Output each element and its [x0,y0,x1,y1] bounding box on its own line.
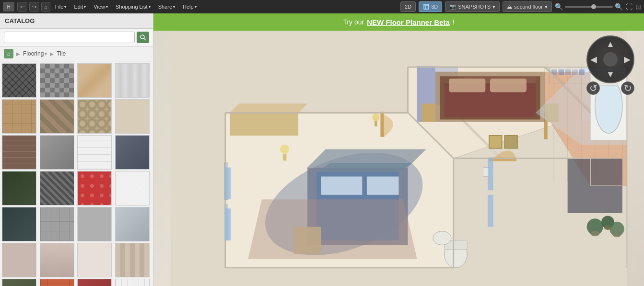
catalog-tile-28[interactable] [115,279,150,286]
svg-rect-50 [504,136,517,149]
floor-selector[interactable]: ⛰ second floor ▾ [503,1,552,12]
file-menu[interactable]: File ▾ [52,0,70,13]
zoom-out-icon[interactable]: 🔍 [555,3,563,11]
help-menu[interactable]: Help ▾ [180,0,199,13]
catalog-tile-22[interactable] [40,243,74,277]
shopping-list-menu[interactable]: Shopping List ▾ [113,0,153,13]
promo-banner: Try our NEW Floor Planner Beta ! [153,13,644,31]
svg-marker-48 [230,103,307,113]
nav-up-button[interactable]: ▲ [606,39,615,49]
breadcrumb-tile[interactable]: Tile [57,50,66,57]
svg-marker-21 [367,177,399,195]
svg-marker-75 [248,199,417,259]
catalog-tile-9[interactable] [2,135,36,170]
top-menu-bar: H ↩ ↪ ⌂ File ▾ Edit ▾ View ▾ Shopping Li… [0,0,644,13]
catalog-grid [0,61,153,286]
promo-link[interactable]: NEW Floor Planner Beta [367,18,450,26]
catalog-tile-25[interactable] [2,279,36,286]
catalog-tile-12[interactable] [115,135,150,170]
help-menu-arrow: ▾ [195,5,197,9]
catalog-tile-15[interactable] [77,171,112,206]
breadcrumb-flooring[interactable]: Flooring ▾ [23,50,47,57]
svg-rect-95 [488,159,493,191]
app-logo: H [3,2,14,11]
catalog-tile-24[interactable] [115,243,150,277]
catalog-tile-20[interactable] [115,207,150,241]
redo-button[interactable]: ↪ [29,2,39,11]
zoom-control[interactable]: 🔍 🔍 [555,3,623,11]
edit-menu-arrow: ▾ [84,5,86,9]
nav-left-button[interactable]: ◀ [590,54,597,65]
floor-icon: ⛰ [507,4,512,10]
view-menu[interactable]: View ▾ [91,0,111,13]
shopping-list-menu-arrow: ▾ [149,5,151,9]
svg-rect-70 [559,69,564,75]
svg-rect-61 [490,79,527,92]
catalog-title: CATALOG [0,13,153,29]
zoom-thumb [591,4,596,9]
svg-rect-62 [422,103,435,122]
catalog-panel: CATALOG ⌂ ▶ Flooring ▾ ▶ Tile [0,13,153,286]
catalog-tile-18[interactable] [40,207,74,241]
svg-marker-20 [321,177,363,195]
catalog-tile-1[interactable] [2,63,36,98]
catalog-tile-5[interactable] [2,99,36,134]
svg-rect-49 [489,136,502,149]
rotate-right-button[interactable]: ↻ [621,81,634,95]
2d-view-button[interactable]: 2D [400,1,416,12]
search-button[interactable] [137,32,149,43]
catalog-tile-17[interactable] [2,207,36,241]
svg-rect-55 [283,154,287,160]
zoom-slider[interactable] [565,6,613,8]
svg-point-5 [141,35,144,39]
fullscreen-button[interactable]: ⛶ [626,3,632,11]
undo-button[interactable]: ↩ [17,2,27,11]
svg-marker-47 [230,113,298,136]
catalog-tile-6[interactable] [40,99,74,134]
floor-plan-svg [153,31,644,286]
catalog-tile-2[interactable] [40,63,74,98]
catalog-tile-14[interactable] [40,171,74,206]
floor-canvas[interactable] [153,31,644,286]
catalog-tile-10[interactable] [40,135,74,170]
breadcrumb-separator-2: ▶ [50,51,54,57]
catalog-tile-7[interactable] [77,99,112,134]
home-button[interactable]: ⌂ [41,2,50,11]
catalog-tile-23[interactable] [77,243,112,277]
nav-right-button[interactable]: ▶ [624,54,631,65]
svg-point-25 [433,231,451,245]
catalog-tile-26[interactable] [40,279,74,286]
catalog-tile-13[interactable] [2,171,36,206]
breadcrumb-home-button[interactable]: ⌂ [4,49,13,58]
3d-icon [423,3,430,10]
minimize-button[interactable]: ⊡ [635,3,641,11]
viewport[interactable]: Try our NEW Floor Planner Beta ! [153,13,644,286]
catalog-tile-8[interactable] [115,99,150,134]
share-menu[interactable]: Share ▾ [155,0,178,13]
navigation-controls: ▲ ▼ ◀ ▶ ↺ ↻ [586,35,634,83]
snapshots-button[interactable]: 📷 SNAPSHOTS ▾ [445,1,500,12]
nav-center [603,52,618,67]
search-input[interactable] [4,32,135,43]
svg-point-54 [280,145,289,154]
catalog-tile-27[interactable] [77,279,112,286]
search-icon [140,34,146,41]
catalog-tile-3[interactable] [77,63,112,98]
catalog-tile-11[interactable] [77,135,112,170]
catalog-tile-21[interactable] [2,243,36,277]
rotate-left-button[interactable]: ↺ [586,81,600,95]
catalog-tile-16[interactable] [115,171,150,206]
nav-down-button[interactable]: ▼ [606,69,615,80]
svg-line-6 [144,38,146,40]
svg-rect-71 [565,69,571,75]
zoom-in-icon[interactable]: 🔍 [615,3,623,11]
catalog-tile-4[interactable] [115,63,150,98]
3d-view-button[interactable]: 3D [419,1,442,12]
promo-punctuation: ! [453,18,455,26]
svg-marker-19 [316,163,412,172]
snapshots-arrow: ▾ [492,4,495,10]
catalog-tile-19[interactable] [77,207,112,241]
breadcrumb-separator-1: ▶ [16,51,20,57]
svg-point-46 [613,233,621,238]
edit-menu[interactable]: Edit ▾ [71,0,89,13]
